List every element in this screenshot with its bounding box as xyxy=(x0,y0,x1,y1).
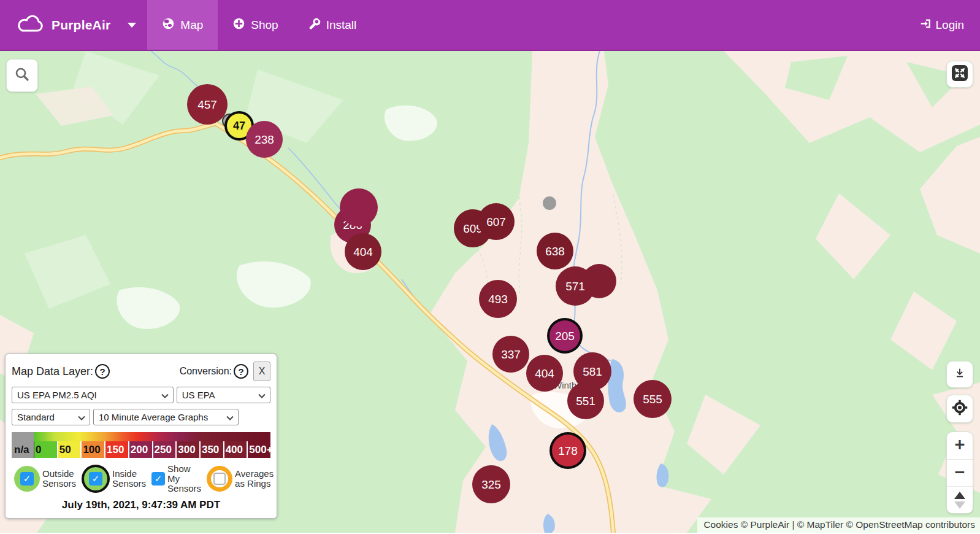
chevron-down-icon xyxy=(78,416,85,420)
checkbox-label: Averagesas Rings xyxy=(235,469,274,489)
sensor-marker[interactable]: 404 xyxy=(526,355,563,392)
scale-segment: 0 xyxy=(34,441,57,458)
fullscreen-button[interactable] xyxy=(946,61,973,88)
checkbox[interactable]: ✓ xyxy=(20,472,34,486)
zoom-control: + − xyxy=(946,431,973,514)
scale-segment: 250 xyxy=(152,441,176,458)
scale-segment: n/a xyxy=(12,441,34,458)
data-layer-select[interactable]: US EPA PM2.5 AQI xyxy=(12,387,174,403)
conversion-value: US EPA xyxy=(182,390,215,400)
map-data-layer-panel: Map Data Layer: ? Conversion: ? X US EPA… xyxy=(5,354,277,519)
inside-marker-icon: ✓ xyxy=(82,465,110,493)
data-layer-help-button[interactable]: ? xyxy=(95,364,110,379)
graphs-select[interactable]: 10 Minute Average Graphs xyxy=(93,409,239,425)
search-icon xyxy=(14,66,30,85)
ring-marker-icon xyxy=(207,466,232,492)
zoom-in-button[interactable]: + xyxy=(947,432,973,459)
checkbox-label: Show MySensors xyxy=(167,464,201,493)
download-icon xyxy=(953,366,967,382)
map-canvas[interactable]: Winthrop 4574723828640460960763857149320… xyxy=(0,51,980,533)
conversion-select[interactable]: US EPA xyxy=(177,387,270,403)
cloud-logo-icon xyxy=(16,15,44,36)
sensor-marker[interactable]: 404 xyxy=(345,233,381,270)
outside-marker-icon: ✓ xyxy=(14,466,40,492)
download-button[interactable] xyxy=(946,361,973,388)
fullscreen-icon xyxy=(951,64,969,85)
sensor-marker[interactable]: 457 xyxy=(187,84,228,125)
checkbox[interactable] xyxy=(213,473,226,485)
scale-segment: 350 xyxy=(199,441,223,458)
brand-menu[interactable]: PurpleAir xyxy=(16,0,136,50)
chevron-down-icon xyxy=(258,393,266,398)
scale-segment: 400 xyxy=(223,441,247,458)
panel-title: Map Data Layer: xyxy=(12,365,93,378)
map-attribution[interactable]: Cookies © PurpleAir | © MapTiler © OpenS… xyxy=(697,517,980,533)
scale-segment: 200 xyxy=(128,441,152,458)
login-button[interactable]: Login xyxy=(919,17,965,33)
locate-button[interactable] xyxy=(946,395,973,423)
scale-segment: 150 xyxy=(104,441,128,458)
sensor-marker[interactable]: 493 xyxy=(479,280,517,318)
globe-icon xyxy=(162,17,175,33)
close-panel-button[interactable]: X xyxy=(253,362,270,381)
sensor-marker[interactable]: 325 xyxy=(472,465,510,503)
sensor-marker[interactable]: 638 xyxy=(537,233,573,269)
nav-tabs: MapShopInstall xyxy=(147,0,371,50)
checkbox[interactable]: ✓ xyxy=(89,472,102,486)
checkbox[interactable]: ✓ xyxy=(151,472,165,486)
conversion-label: Conversion: xyxy=(180,366,232,377)
tab-shop[interactable]: Shop xyxy=(218,0,293,50)
tab-label: Shop xyxy=(251,18,278,32)
locate-icon xyxy=(951,399,968,419)
sign-in-icon xyxy=(919,17,932,33)
login-label: Login xyxy=(936,18,965,32)
scale-segment: 300 xyxy=(175,441,199,458)
plus-icon: + xyxy=(955,436,965,454)
graphs-value: 10 Minute Average Graphs xyxy=(99,412,208,422)
tab-map[interactable]: Map xyxy=(147,0,218,50)
data-layer-value: US EPA PM2.5 AQI xyxy=(17,390,97,400)
minus-icon: − xyxy=(955,463,965,481)
tab-label: Install xyxy=(326,18,357,32)
brand-name: PurpleAir xyxy=(52,18,110,33)
conversion-help-button[interactable]: ? xyxy=(234,364,248,379)
scale-segment: 50 xyxy=(57,441,81,458)
sensor-dot[interactable] xyxy=(340,188,378,226)
chevron-down-icon xyxy=(128,23,136,28)
timestamp: July 19th, 2021, 9:47:39 AM PDT xyxy=(12,499,270,511)
search-button[interactable] xyxy=(6,59,38,92)
sensor-marker[interactable]: 238 xyxy=(246,121,283,158)
channel-select[interactable]: Standard xyxy=(12,409,90,425)
sensor-marker[interactable]: 555 xyxy=(634,380,672,418)
tab-install[interactable]: Install xyxy=(293,0,372,50)
checkbox-label: InsideSensors xyxy=(112,469,146,489)
sensor-filter-row: ✓OutsideSensors✓InsideSensors✓Show MySen… xyxy=(12,464,270,493)
chevron-down-icon xyxy=(161,393,169,398)
arrow-up-icon xyxy=(954,492,965,499)
sensor-marker[interactable]: 607 xyxy=(478,203,515,240)
plus-circle-icon xyxy=(232,17,245,33)
sensor-marker[interactable]: 178 xyxy=(552,435,584,466)
sensor-marker[interactable]: 337 xyxy=(492,336,529,373)
zoom-out-button[interactable]: − xyxy=(947,459,973,486)
navbar: PurpleAir MapShopInstall Login xyxy=(0,0,980,51)
tab-label: Map xyxy=(180,18,203,32)
sensor-marker[interactable]: 205 xyxy=(549,320,580,351)
scale-segment: 500+ xyxy=(247,441,270,458)
tilt-button[interactable] xyxy=(947,486,973,513)
checkbox-label: OutsideSensors xyxy=(42,469,76,489)
channel-value: Standard xyxy=(17,412,55,422)
arrow-down-icon xyxy=(954,501,965,509)
aqi-color-scale: n/a050100150200250300350400500+ xyxy=(12,432,270,458)
wrench-icon xyxy=(308,17,321,33)
sensor-marker[interactable]: 571 xyxy=(556,266,595,306)
scale-segment: 100 xyxy=(80,441,104,458)
sensor-dot[interactable] xyxy=(543,196,556,210)
chevron-down-icon xyxy=(226,416,234,420)
sensor-marker[interactable]: 551 xyxy=(567,382,604,419)
